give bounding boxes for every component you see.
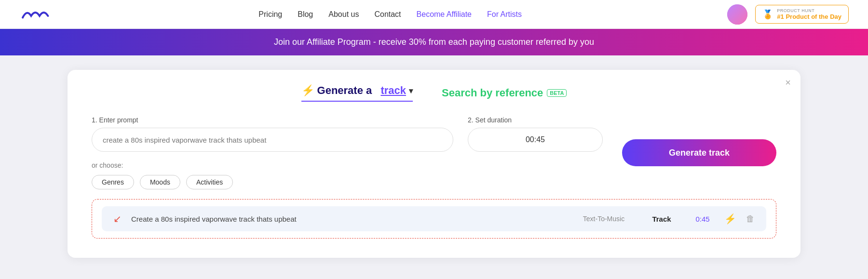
nav-link-become-affiliate[interactable]: Become Affiliate (417, 10, 472, 19)
navbar: Pricing Blog About us Contact Become Aff… (0, 0, 868, 29)
prompt-group: 1. Enter prompt (92, 116, 453, 152)
nav-link-about[interactable]: About us (328, 10, 359, 19)
track-trash-icon[interactable]: 🗑 (746, 214, 755, 224)
close-button[interactable]: × (785, 78, 791, 87)
track-duration: 0:45 (691, 215, 715, 223)
ph-label-bottom: #1 Product of the Day (777, 13, 841, 20)
prompt-input[interactable] (92, 128, 453, 152)
avatar[interactable] (727, 4, 747, 25)
chevron-down-icon: ▾ (409, 86, 413, 95)
tab-search[interactable]: Search by reference BETA (442, 87, 567, 99)
main-content: × ⚡ Generate a track ▾ Search by referen… (0, 55, 868, 272)
nav-link-blog[interactable]: Blog (298, 10, 313, 19)
affiliate-banner[interactable]: Join our Affiliate Program - receive 30%… (0, 29, 868, 55)
nav-link-pricing[interactable]: Pricing (258, 10, 282, 19)
form-section: 1. Enter prompt 2. Set duration or choos… (92, 116, 603, 189)
prompt-label: 1. Enter prompt (92, 116, 453, 124)
generate-track-button[interactable]: Generate track (622, 139, 776, 166)
tab-generate-word: track (380, 84, 406, 97)
track-title: Create a 80s inspired vaporwave track th… (131, 215, 565, 223)
chip-genres[interactable]: Genres (92, 175, 134, 189)
nav-link-contact[interactable]: Contact (374, 10, 401, 19)
affiliate-banner-text: Join our Affiliate Program - receive 30%… (274, 37, 594, 47)
track-list-area: ↙ Create a 80s inspired vaporwave track … (92, 199, 776, 239)
inputs-row: 1. Enter prompt 2. Set duration (92, 116, 603, 152)
beta-badge: BETA (547, 89, 567, 97)
ph-text: PRODUCT HUNT #1 Product of the Day (777, 8, 841, 20)
nav-link-for-artists[interactable]: For Artists (487, 10, 522, 19)
or-choose-label: or choose: (92, 161, 603, 169)
track-item: ↙ Create a 80s inspired vaporwave track … (102, 206, 766, 231)
tabs: ⚡ Generate a track ▾ Search by reference… (92, 84, 776, 102)
track-type: Text-To-Music (575, 215, 633, 223)
track-label: Track (642, 215, 681, 223)
product-hunt-badge[interactable]: 🏅 PRODUCT HUNT #1 Product of the Day (755, 5, 849, 24)
chip-moods[interactable]: Moods (140, 175, 180, 189)
nav-right: 🏅 PRODUCT HUNT #1 Product of the Day (727, 4, 849, 25)
nav-links: Pricing Blog About us Contact Become Aff… (258, 10, 522, 19)
tab-search-label: Search by reference (442, 87, 543, 99)
track-bolt-icon[interactable]: ⚡ (724, 213, 736, 225)
duration-group: 2. Set duration (468, 116, 603, 152)
duration-label: 2. Set duration (468, 116, 603, 124)
bolt-icon: ⚡ (301, 84, 314, 97)
card: × ⚡ Generate a track ▾ Search by referen… (68, 70, 800, 258)
chip-activities[interactable]: Activities (186, 175, 233, 189)
tab-generate-prefix: Generate a (317, 84, 372, 97)
main-form-row: 1. Enter prompt 2. Set duration or choos… (92, 116, 776, 189)
duration-input[interactable] (468, 128, 603, 152)
loading-icon: ↙ (113, 213, 122, 225)
tab-generate[interactable]: ⚡ Generate a track ▾ (301, 84, 413, 102)
medal-icon: 🏅 (762, 9, 773, 20)
ph-label-top: PRODUCT HUNT (777, 8, 841, 13)
avatar-image (727, 4, 747, 25)
logo[interactable] (19, 6, 53, 23)
chip-row: Genres Moods Activities (92, 175, 603, 189)
